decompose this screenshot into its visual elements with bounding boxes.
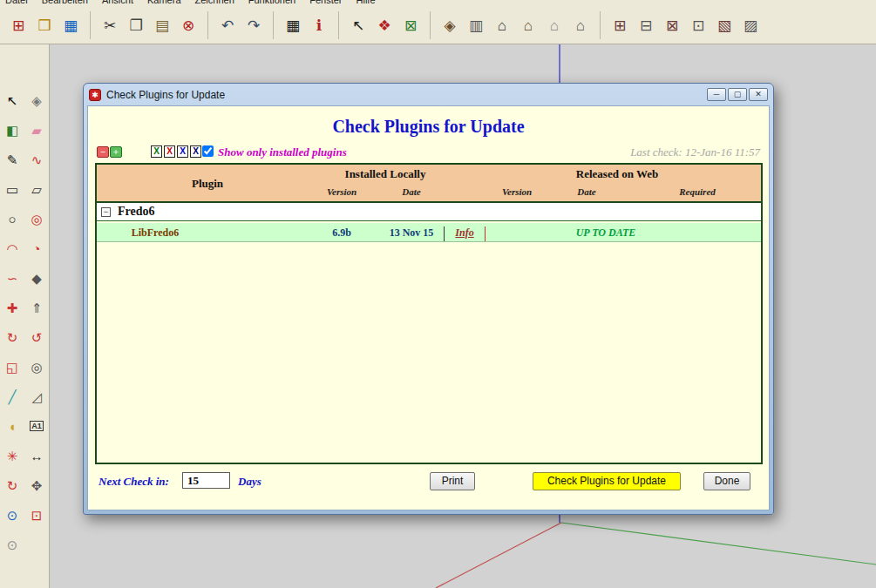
curve-tool-icon[interactable]: ∽ xyxy=(1,267,24,289)
select-tool-icon[interactable]: ↖ xyxy=(1,90,24,112)
menu-bearbeiten[interactable]: Bearbeiten xyxy=(42,0,88,5)
dimension-tool-icon[interactable]: ↔ xyxy=(25,445,48,467)
open-file-icon[interactable]: ❒ xyxy=(33,13,56,37)
text-tool-icon[interactable] xyxy=(25,416,48,437)
redo-icon[interactable]: ↷ xyxy=(242,13,265,37)
house-icon[interactable]: ⌂ xyxy=(491,13,513,37)
solid-outer-icon[interactable]: ▨ xyxy=(739,13,762,37)
tool-palette: ↖ ◈ ◧ ▰ ✎ ∿ ▭ ▱ ○ ◎ ◠ ◔ ∽ ◆ ✚ ⇑ ↻ ↺ ◱ ◎ … xyxy=(0,44,50,588)
column-divider xyxy=(444,226,445,241)
fredo-dialog-icon: ✱ xyxy=(89,89,101,101)
released-group-header: Released on Web xyxy=(515,167,719,181)
tape-measure-icon[interactable]: ╱ xyxy=(1,386,24,408)
status-divider xyxy=(485,226,486,241)
save-icon[interactable]: ▦ xyxy=(59,13,82,37)
plugin-group-row: − Fredo6 xyxy=(97,203,761,221)
close-button[interactable]: ✕ xyxy=(749,88,768,101)
roof-icon[interactable]: ⌂ xyxy=(517,13,540,37)
follow-me-icon[interactable]: ↺ xyxy=(25,327,48,348)
solid-intersect-icon[interactable]: ⊡ xyxy=(687,13,710,37)
arc-tool-icon[interactable]: ◠ xyxy=(1,238,24,260)
solid-trim-icon[interactable]: ⊠ xyxy=(661,13,683,37)
rotate-tool-icon[interactable]: ↻ xyxy=(1,327,24,348)
orbit-tool-icon[interactable]: ↻ xyxy=(1,475,24,497)
copy-icon[interactable]: ❐ xyxy=(125,13,147,37)
plugin-name: LibFredo6 xyxy=(107,226,203,240)
hand-tool-icon[interactable]: ↖ xyxy=(347,13,370,37)
zoom-tool-icon[interactable]: ⊙ xyxy=(1,504,24,526)
menu-hilfe[interactable]: Hilfe xyxy=(357,0,376,5)
offset-tool-icon[interactable]: ◎ xyxy=(25,356,48,378)
zoom-extents-icon[interactable]: ⊙ xyxy=(1,534,24,556)
filter-row: − + X X X X Show only installed plugins … xyxy=(88,145,769,161)
menu-datei[interactable]: Datei xyxy=(5,0,28,5)
print-button[interactable]: Print xyxy=(430,472,475,490)
pie-tool-icon[interactable]: ◔ xyxy=(25,238,48,260)
barn-icon[interactable]: ⌂ xyxy=(569,13,592,37)
filter-x4-button[interactable]: X xyxy=(190,145,201,158)
materials-icon[interactable]: ▥ xyxy=(465,13,487,37)
dialog-title: Check Plugins for Update xyxy=(106,89,225,101)
show-installed-checkbox[interactable] xyxy=(202,145,214,157)
days-label: Days xyxy=(238,475,261,489)
delete-icon[interactable]: ⊗ xyxy=(177,13,200,37)
plugin-column-header: Plugin xyxy=(146,177,268,191)
rotated-rectangle-icon[interactable]: ▱ xyxy=(25,179,48,200)
undo-icon[interactable]: ↶ xyxy=(216,13,239,37)
check-plugins-button[interactable]: Check Plugins for Update xyxy=(533,472,681,490)
paint-bucket-icon[interactable]: ◧ xyxy=(1,119,24,141)
group-name: Fredo6 xyxy=(118,205,155,219)
dialog-heading: Check Plugins for Update xyxy=(88,117,769,137)
solid-union-icon[interactable]: ⊞ xyxy=(608,13,631,37)
component-icon[interactable]: ◈ xyxy=(438,13,461,37)
print-icon[interactable]: ▦ xyxy=(282,13,304,37)
toolbar-separator xyxy=(338,11,339,39)
plugin-box-icon[interactable]: ⊠ xyxy=(399,13,422,37)
axes-tool-icon[interactable]: ✳ xyxy=(1,445,24,467)
menu-funktionen[interactable]: Funktionen xyxy=(248,0,295,5)
paste-icon[interactable]: ▤ xyxy=(151,13,173,37)
make-component-icon[interactable]: ◈ xyxy=(25,90,48,112)
polygon-tool-icon[interactable]: ◆ xyxy=(25,267,48,289)
filter-x3-button[interactable]: X xyxy=(177,145,188,158)
status-badge: UP TO DATE xyxy=(515,226,696,240)
zoom-window-icon[interactable]: ⊡ xyxy=(25,504,48,526)
circle-tool-icon[interactable]: ○ xyxy=(1,208,24,230)
maximize-button[interactable]: ▢ xyxy=(728,88,747,101)
filter-x2-button[interactable]: X xyxy=(164,145,175,158)
dialog-titlebar[interactable]: ✱ Check Plugins for Update ─ ▢ ✕ xyxy=(87,84,770,105)
ellipse-tool-icon[interactable]: ◎ xyxy=(25,208,48,230)
collapse-group-icon[interactable]: − xyxy=(101,207,111,217)
protractor-icon[interactable]: ◿ xyxy=(25,386,48,408)
expand-all-button[interactable]: + xyxy=(110,146,122,158)
solid-split-icon[interactable]: ▧ xyxy=(713,13,736,37)
minimize-button[interactable]: ─ xyxy=(707,88,726,101)
push-pull-icon[interactable]: ⇑ xyxy=(25,297,48,319)
rectangle-tool-icon[interactable]: ▭ xyxy=(1,179,24,200)
solid-subtract-icon[interactable]: ⊟ xyxy=(635,13,657,37)
collapse-all-button[interactable]: − xyxy=(97,146,109,158)
plugin-info-icon[interactable]: ℹ xyxy=(308,13,330,37)
menu-fenster[interactable]: Fenster xyxy=(309,0,342,5)
days-input[interactable] xyxy=(182,472,230,489)
scale-tool-icon[interactable]: ◱ xyxy=(1,356,24,378)
cut-icon[interactable]: ✂ xyxy=(98,13,121,37)
eraser-icon[interactable]: ▰ xyxy=(25,119,48,141)
green-axis xyxy=(561,523,876,564)
installed-group-header: Installed Locally xyxy=(306,167,465,181)
new-file-icon[interactable]: ⊞ xyxy=(7,13,30,37)
info-link[interactable]: Info xyxy=(445,226,484,240)
filter-x1-button[interactable]: X xyxy=(151,145,162,158)
released-version-header: Version xyxy=(486,186,547,197)
dim-protractor-icon[interactable]: ◖ xyxy=(1,416,24,437)
menu-ansicht[interactable]: Ansicht xyxy=(102,0,133,5)
pan-tool-icon[interactable]: ✥ xyxy=(25,475,48,497)
done-button[interactable]: Done xyxy=(703,472,750,490)
fredo-tools-icon[interactable]: ❖ xyxy=(373,13,396,37)
menu-kamera[interactable]: Kamera xyxy=(147,0,181,5)
house-outline-icon[interactable]: ⌂ xyxy=(543,13,566,37)
menu-zeichnen[interactable]: Zeichnen xyxy=(195,0,234,5)
move-tool-icon[interactable]: ✚ xyxy=(1,297,24,319)
freehand-icon[interactable]: ∿ xyxy=(25,149,48,171)
line-tool-icon[interactable]: ✎ xyxy=(1,149,24,171)
